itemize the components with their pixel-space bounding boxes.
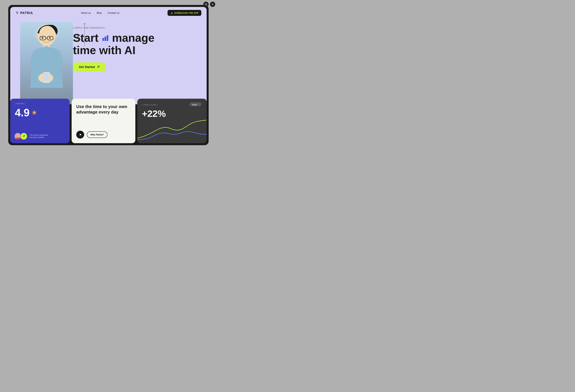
play-row: Why Patria? xyxy=(76,131,107,138)
avatar-row: The perfect organizerand team builder xyxy=(14,133,48,140)
tasks-tag: [ TASKS DONE ] xyxy=(142,104,158,106)
play-icon xyxy=(79,133,82,136)
play-button[interactable] xyxy=(76,131,84,138)
download-icon xyxy=(170,12,173,14)
middle-card: Use the time to your own advantage every… xyxy=(72,99,135,143)
why-btn-label: Why Patria? xyxy=(91,133,104,136)
nav-links: About us Blog Contact us xyxy=(81,11,120,14)
star-icon: ★ xyxy=(31,109,37,116)
hero-title-part1: Start xyxy=(73,31,98,44)
person-silhouette xyxy=(20,22,73,104)
tasks-percent: +22% xyxy=(142,108,202,119)
hero-content: [ SIMPLE TIME EXPERIENCE ] Start manage … xyxy=(73,27,200,72)
svg-point-31 xyxy=(16,138,21,140)
rating-tag: [ RATING ] xyxy=(15,103,65,105)
main-container: PATRIA About us Blog Contact us DOWNLOAD… xyxy=(8,5,209,145)
svg-marker-33 xyxy=(80,134,82,136)
search-icon-button[interactable] xyxy=(203,2,209,7)
svg-point-28 xyxy=(43,37,43,38)
svg-point-0 xyxy=(205,3,207,5)
rating-card: [ RATING ] 4.9 ★ The perfect organizeran… xyxy=(10,99,70,143)
rating-number: 4.9 xyxy=(15,107,29,119)
tasks-header: [ TASKS DONE ] Week xyxy=(142,103,202,107)
logo-icon xyxy=(16,11,19,15)
nav-about[interactable]: About us xyxy=(81,11,91,14)
download-app-button[interactable]: DOWNLOAD THE APP xyxy=(168,10,201,16)
svg-rect-25 xyxy=(44,73,49,81)
avatar-action[interactable] xyxy=(20,133,27,140)
tasks-card: [ TASKS DONE ] Week +22% xyxy=(137,99,207,143)
rating-sub-text: The perfect organizerand team builder xyxy=(29,134,48,138)
middle-card-title: Use the time to your own advantage every… xyxy=(76,104,131,115)
svg-line-7 xyxy=(16,12,17,14)
download-btn-label: DOWNLOAD THE APP xyxy=(174,12,198,14)
bottom-cards: [ RATING ] 4.9 ★ The perfect organizeran… xyxy=(10,99,207,143)
nav-blog[interactable]: Blog xyxy=(97,11,102,14)
rating-value: 4.9 ★ xyxy=(15,107,65,119)
svg-line-8 xyxy=(17,12,18,14)
svg-line-1 xyxy=(206,5,207,5)
svg-line-17 xyxy=(97,66,99,68)
person-image xyxy=(20,22,73,104)
hero-title-part2: manage xyxy=(112,31,154,44)
arrow-icon xyxy=(96,65,100,69)
week-label: Week xyxy=(192,104,197,106)
chart-area xyxy=(137,118,207,143)
svg-line-32 xyxy=(23,136,24,137)
nav-contact[interactable]: Contact us xyxy=(108,11,120,14)
svg-point-29 xyxy=(50,37,51,38)
svg-point-27 xyxy=(49,37,51,39)
chart-icon xyxy=(102,35,108,41)
tasks-chart xyxy=(137,118,207,143)
chevron-down-icon xyxy=(198,104,200,106)
hero-tag: [ SIMPLE TIME EXPERIENCE ] xyxy=(73,27,200,29)
close-icon-button[interactable] xyxy=(210,2,215,7)
week-selector[interactable]: Week xyxy=(190,103,202,107)
hero-title-part3: time with AI xyxy=(73,44,136,56)
logo: PATRIA xyxy=(16,11,33,15)
get-started-label: Get Started xyxy=(79,65,95,69)
svg-point-30 xyxy=(17,134,20,137)
svg-point-26 xyxy=(42,37,43,39)
navbar: PATRIA About us Blog Contact us DOWNLOAD… xyxy=(10,7,207,19)
svg-point-13 xyxy=(84,23,86,24)
why-patria-button[interactable]: Why Patria? xyxy=(87,131,107,138)
get-started-button[interactable]: Get Started xyxy=(73,62,106,72)
hero-title: Start manage time with AI xyxy=(73,32,200,56)
logo-text: PATRIA xyxy=(20,11,33,15)
hero-section: PATRIA About us Blog Contact us DOWNLOAD… xyxy=(10,7,207,104)
